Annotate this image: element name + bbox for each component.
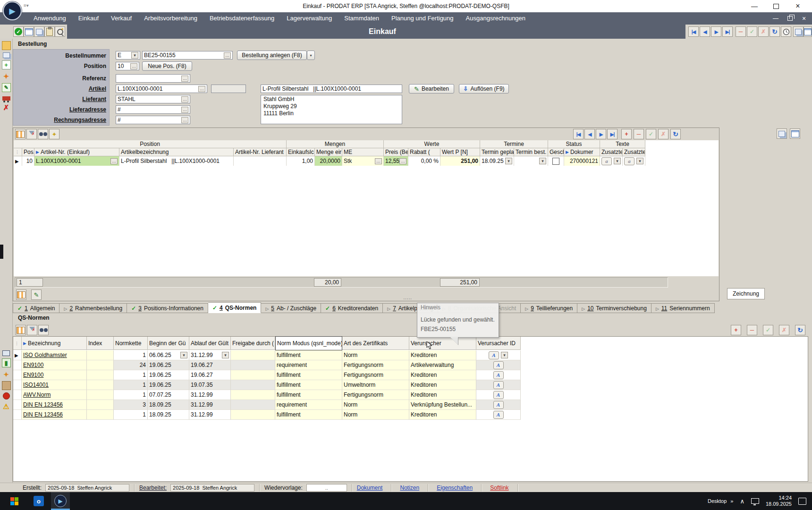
qs-row[interactable]: ISO14001 1 19.06.25 19.07.35 fulfillment… [13, 380, 808, 390]
col-geschlossen[interactable]: Geschlc [548, 148, 564, 156]
chevron-down-icon[interactable] [131, 52, 138, 59]
cell-verursacher[interactable]: Kreditoren [409, 370, 476, 380]
group-werte[interactable]: Werte [384, 140, 480, 148]
cell-ablauf[interactable]: 31.12.99 [189, 400, 231, 410]
ellipsis-icon[interactable] [181, 107, 188, 113]
verursacher-id-icon[interactable]: A [493, 391, 504, 399]
qs-refresh-button[interactable]: ↻ [795, 325, 805, 335]
tab-qs-normen[interactable]: 4QS-Normen [208, 302, 261, 313]
qs-search-button[interactable] [38, 325, 49, 335]
cell-verursacher-id[interactable]: A [476, 380, 521, 390]
bestellnummer-prefix-select[interactable]: E [116, 51, 140, 60]
cell-ablauf[interactable]: 31.12.99 [189, 390, 231, 400]
menu-einkauf[interactable]: Einkauf [72, 12, 105, 25]
cell-art[interactable]: Fertigungsnorm [342, 390, 409, 400]
chevron-down-icon[interactable] [222, 352, 229, 358]
aufloesen-button[interactable]: ⇩Auflösen (F9) [459, 84, 509, 94]
cell-art[interactable]: Fertigungsnorm [342, 370, 409, 380]
cell-beginn[interactable]: 19.06.25 [148, 380, 189, 390]
search-records-button[interactable] [38, 129, 48, 139]
previous-record-button[interactable]: ◀ [700, 26, 710, 37]
taskbar-outlook-button[interactable]: o [29, 492, 48, 510]
cell-verursacher[interactable]: Artikelverwaltung [409, 360, 476, 370]
ellipsis-icon[interactable] [224, 52, 231, 59]
footer-edit-button[interactable]: ✎ [31, 289, 42, 300]
col-beginn[interactable]: Beginn der Gü [148, 337, 189, 350]
grid-last-row-button[interactable]: ▶| [607, 129, 617, 139]
cell-freigabe[interactable] [231, 410, 275, 420]
history-button[interactable] [781, 26, 791, 37]
col-me[interactable]: ME [342, 148, 384, 156]
cell-bezeichnung[interactable]: AWV.Norm [22, 390, 87, 400]
col-verursacher-id[interactable]: Verursacher ID [476, 337, 521, 350]
menu-stammdaten[interactable]: Stammdaten [338, 12, 385, 25]
cell-artikelbezeichnung[interactable]: L-Profil Silberstahl ||L.100X1000-0001 [119, 156, 234, 166]
verursacher-id-icon[interactable]: A [493, 381, 504, 389]
window-minimize-button[interactable]: — [744, 0, 765, 12]
qs-row[interactable]: ▶ ISO Goldhamster 1 06.06.25 31.12.99 fu… [13, 350, 808, 360]
ellipsis-icon[interactable] [399, 158, 406, 164]
chevron-down-icon[interactable] [501, 352, 508, 358]
tray-expand-icon[interactable]: ∧ [740, 498, 744, 505]
grid-cancel-button[interactable]: ✗ [658, 129, 668, 139]
handshake-icon[interactable]: ✦ [2, 72, 11, 81]
cell-artikel-nr-lieferant[interactable] [234, 156, 287, 166]
qs-grid-columns-button[interactable] [16, 325, 26, 335]
ellipsis-icon[interactable] [181, 117, 188, 123]
mdi-minimize-button[interactable]: — [769, 12, 783, 25]
group-texte[interactable]: Texte [600, 140, 645, 148]
cell-ablauf[interactable]: 19.07.35 [189, 380, 231, 390]
tab-ab-zuschlaege[interactable]: 5Ab- / Zuschläge [261, 303, 321, 313]
col-verursacher[interactable]: Verursacher [409, 337, 476, 350]
cell-freigabe[interactable] [231, 350, 275, 360]
cell-me[interactable]: Stk [342, 156, 384, 166]
taskbar-prodat-button[interactable]: ▶ [51, 492, 70, 510]
quick-access-icon[interactable]: ≡▾ [24, 3, 29, 8]
tab-allgemein[interactable]: 1Allgemein [13, 303, 59, 313]
col-zusatztext-2[interactable]: Zusatzte [623, 148, 645, 156]
cell-art[interactable]: Umweltnorm [342, 380, 409, 390]
splitter-handle[interactable]: ''''' [404, 298, 413, 302]
col-normkette[interactable]: Normkette [114, 337, 148, 350]
bestellnummer-input[interactable]: BE25-00155 [142, 51, 233, 60]
cell-dokument[interactable]: 270000121 [564, 156, 600, 166]
cell-rabatt[interactable]: 0,00 % [408, 156, 440, 166]
cell-bezeichnung[interactable]: EN9100 [22, 370, 87, 380]
ellipsis-icon[interactable] [198, 86, 205, 92]
cell-normkette[interactable]: 1 [114, 350, 148, 360]
qs-row[interactable]: EN9100 24 19.06.25 19.06.27 requirement … [13, 360, 808, 370]
cell-bezeichnung[interactable]: DIN EN 123456 [22, 400, 87, 410]
qs-delete-row-button[interactable]: ─ [747, 325, 757, 335]
delivery-truck-icon[interactable] [2, 96, 10, 101]
col-art-des-zertifikats[interactable]: Art des Zertifikats [342, 337, 409, 350]
col-menge[interactable]: Menge eir [315, 148, 342, 156]
tab-rahmenbestellung[interactable]: 2Rahmenbestellung [59, 303, 127, 313]
position-input[interactable]: 10 [116, 62, 139, 70]
qs-accept-button[interactable]: ✓ [763, 325, 773, 335]
cell-freigabe[interactable] [231, 380, 275, 390]
col-index[interactable]: Index [87, 337, 114, 350]
cell-norm-modus[interactable]: fulfillment [275, 370, 342, 380]
bearbeiten-button[interactable]: ✎Bearbeiten [409, 84, 454, 94]
wiedervorlage-field[interactable]: .. [306, 484, 347, 492]
refresh-button[interactable]: ↻ [770, 26, 780, 37]
grid-first-row-button[interactable]: |◀ [573, 129, 584, 139]
softlink-link[interactable]: Softlink [490, 484, 508, 491]
verursacher-id-icon[interactable]: A [493, 411, 504, 419]
grid-add-row-button[interactable]: + [621, 129, 632, 139]
bearbeitet-link[interactable]: Bearbeitet: [139, 484, 167, 491]
col-wert[interactable]: Wert P [N] [440, 148, 480, 156]
menu-verkauf[interactable]: Verkauf [105, 12, 138, 25]
monitor-icon[interactable] [2, 350, 10, 356]
col-artikelbezeichnung[interactable]: Artikelbezeichnung [119, 148, 234, 156]
cell-freigabe[interactable] [231, 400, 275, 410]
col-zusatztext-1[interactable]: Zusatzte [600, 148, 623, 156]
cell-einkaufsl[interactable]: 1,00 [287, 156, 315, 166]
verursacher-id-icon[interactable]: A [489, 351, 499, 359]
verursacher-id-icon[interactable]: A [493, 361, 504, 369]
col-rabatt[interactable]: Rabatt ( [408, 148, 440, 156]
grid-refresh-button[interactable]: ↻ [670, 129, 681, 139]
menu-betriebsdatenerfassung[interactable]: Betriebsdatenerfassung [203, 12, 280, 25]
cell-index[interactable] [87, 390, 114, 400]
cancel-button[interactable]: ✗ [758, 26, 769, 37]
